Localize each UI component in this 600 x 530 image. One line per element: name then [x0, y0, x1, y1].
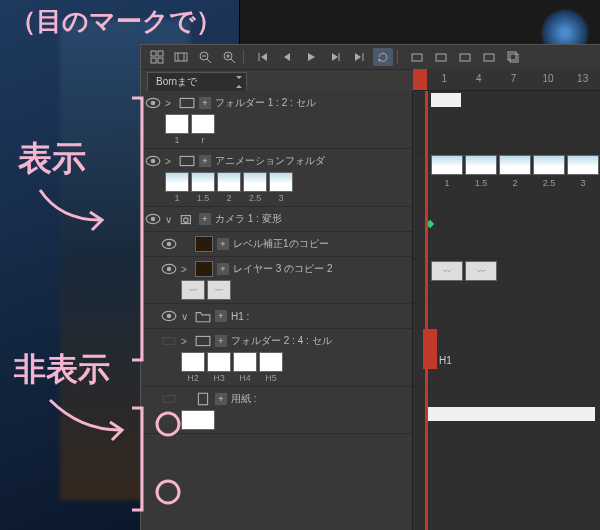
layer-thumb	[195, 236, 213, 252]
cel-thumb[interactable]: 〰	[181, 280, 205, 300]
layer-label: フォルダー 2 : 4 : セル	[231, 334, 332, 348]
cel-thumb[interactable]	[191, 114, 215, 134]
svg-point-36	[151, 217, 156, 222]
chevron-right-icon[interactable]: >	[165, 156, 175, 167]
cel-thumb[interactable]: 〰	[207, 280, 231, 300]
cel-thumb[interactable]	[217, 172, 241, 192]
layer-row-paper[interactable]: + 用紙 :	[141, 387, 412, 434]
next-frame-icon[interactable]	[325, 48, 345, 66]
onion3-icon[interactable]	[455, 48, 475, 66]
timeline-panel: Bornまで 1 4 7 10 13 > + フォルダー 1 : 2 : セル	[140, 44, 600, 530]
eye-icon[interactable]	[145, 96, 161, 110]
layer-thumb	[195, 261, 213, 277]
tl-cel[interactable]: 〰	[465, 261, 497, 281]
filmstrip-icon[interactable]	[171, 48, 191, 66]
layer-row-camera[interactable]: ∨ + カメラ 1 : 変形	[141, 207, 412, 232]
layer-row-folder2[interactable]: > + フォルダー 2 : 4 : セル H2 H3 H4 H5	[141, 329, 412, 387]
chevron-down-icon[interactable]: ∨	[165, 214, 175, 225]
eye-icon[interactable]	[145, 212, 161, 226]
filmstrip-icon	[195, 334, 211, 348]
add-icon[interactable]: +	[199, 155, 211, 167]
tl-num: 1	[431, 178, 463, 188]
svg-point-33	[151, 159, 156, 164]
layer-label: H1 :	[231, 311, 249, 322]
cel-thumb[interactable]	[191, 172, 215, 192]
clip-bar[interactable]	[431, 93, 461, 107]
stack-icon[interactable]	[503, 48, 523, 66]
add-icon[interactable]: +	[215, 335, 227, 347]
cel-num: 2	[217, 193, 241, 203]
svg-rect-46	[196, 336, 210, 345]
svg-marker-20	[355, 53, 361, 61]
onion1-icon[interactable]	[407, 48, 427, 66]
cel-thumb[interactable]	[269, 172, 293, 192]
frame-ruler[interactable]: 1 4 7 10 13	[413, 69, 600, 91]
cel-thumb[interactable]	[259, 352, 283, 372]
eye-icon[interactable]	[145, 154, 161, 168]
clip-bar[interactable]	[425, 407, 595, 421]
cel-thumb[interactable]	[165, 114, 189, 134]
chevron-right-icon[interactable]: >	[181, 336, 191, 347]
timeline-tracks[interactable]: 1 1.5 2 2.5 3 〰〰 H1	[413, 91, 600, 530]
onion4-icon[interactable]	[479, 48, 499, 66]
svg-point-30	[151, 101, 156, 106]
layer-label: カメラ 1 : 変形	[215, 212, 282, 226]
track-select[interactable]: Bornまで	[147, 72, 247, 92]
ruler-num: 4	[461, 69, 496, 90]
add-icon[interactable]: +	[217, 238, 229, 250]
layer-row-folder1[interactable]: > + フォルダー 1 : 2 : セル 1 r	[141, 91, 412, 149]
eye-icon[interactable]	[161, 262, 177, 276]
layer-tree: > + フォルダー 1 : 2 : セル 1 r >	[141, 91, 413, 530]
svg-rect-27	[508, 52, 516, 60]
svg-line-9	[207, 59, 211, 63]
layer-row-h1[interactable]: ∨ + H1 :	[141, 304, 412, 329]
add-icon[interactable]: +	[199, 213, 211, 225]
chevron-right-icon[interactable]: >	[181, 264, 191, 275]
eye-icon-off[interactable]	[161, 334, 177, 348]
tl-row[interactable]: H1	[413, 325, 600, 387]
tl-row[interactable]	[413, 387, 600, 427]
cel-thumb[interactable]	[181, 352, 205, 372]
eye-icon-off[interactable]	[161, 392, 177, 406]
zoom-out-icon[interactable]	[195, 48, 215, 66]
eye-icon[interactable]	[161, 237, 177, 251]
layer-row-animfolder[interactable]: > + アニメーションフォルダ 1 1.5 2 2.5	[141, 149, 412, 207]
thumbnails-icon[interactable]	[147, 48, 167, 66]
layer-row-level[interactable]: + レベル補正1のコピー	[141, 232, 412, 257]
add-icon[interactable]: +	[215, 310, 227, 322]
go-start-icon[interactable]	[253, 48, 273, 66]
cel-thumb[interactable]	[207, 352, 231, 372]
play-icon[interactable]	[301, 48, 321, 66]
loop-icon[interactable]	[373, 48, 393, 66]
playhead[interactable]	[425, 91, 428, 530]
tl-cel[interactable]	[533, 155, 565, 175]
tl-row[interactable]: 〰〰	[413, 259, 600, 303]
layer-row-layer3[interactable]: > + レイヤー 3 のコピー 2 〰〰	[141, 257, 412, 304]
prev-frame-icon[interactable]	[277, 48, 297, 66]
tl-row[interactable]: 1 1.5 2 2.5 3	[413, 153, 600, 215]
tl-cel[interactable]	[431, 155, 463, 175]
add-icon[interactable]: +	[199, 97, 211, 109]
cel-thumb[interactable]	[243, 172, 267, 192]
cel-thumb[interactable]	[165, 172, 189, 192]
tl-cel[interactable]	[567, 155, 599, 175]
filmstrip-icon	[179, 96, 195, 110]
tl-cel[interactable]	[465, 155, 497, 175]
tl-row[interactable]	[413, 91, 600, 153]
paper-thumb	[181, 410, 215, 430]
chevron-down-icon[interactable]: ∨	[181, 311, 191, 322]
tl-row[interactable]	[413, 303, 600, 325]
zoom-in-icon[interactable]	[219, 48, 239, 66]
onion2-icon[interactable]	[431, 48, 451, 66]
eye-icon[interactable]	[161, 309, 177, 323]
tl-row[interactable]	[413, 215, 600, 237]
tl-row[interactable]	[413, 237, 600, 259]
tl-cel[interactable]: 〰	[431, 261, 463, 281]
add-icon[interactable]: +	[215, 393, 227, 405]
cel-thumb[interactable]	[233, 352, 257, 372]
chevron-right-icon[interactable]: >	[165, 98, 175, 109]
go-end-icon[interactable]	[349, 48, 369, 66]
layer-label: レベル補正1のコピー	[233, 237, 329, 251]
tl-cel[interactable]	[499, 155, 531, 175]
add-icon[interactable]: +	[217, 263, 229, 275]
